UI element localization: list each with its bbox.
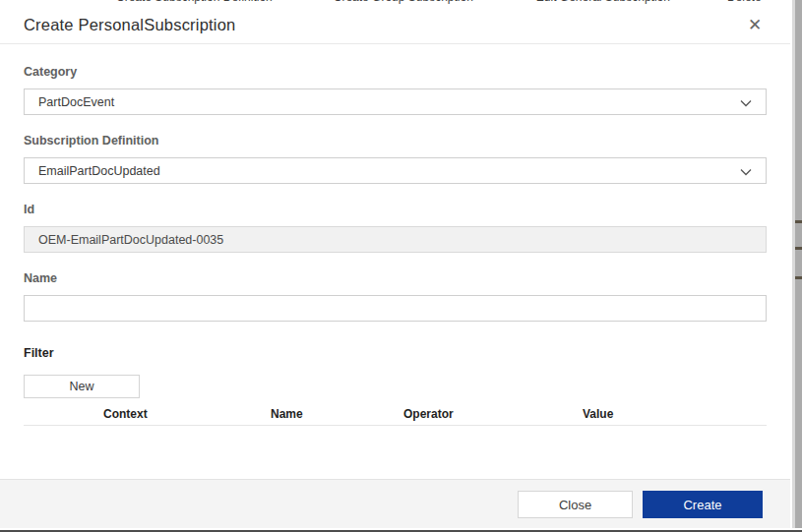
close-button[interactable]: Close xyxy=(518,491,633,518)
scrollbar-mark xyxy=(795,220,802,223)
page: Create Subscription Definition Create Gr… xyxy=(0,0,802,532)
filter-table-header: Context Name Operator Value xyxy=(24,402,767,426)
category-select[interactable]: PartDocEvent xyxy=(24,89,767,115)
scrollbar-mark xyxy=(795,276,802,279)
background-toolbar-item: Edit General Subscription xyxy=(536,0,670,4)
name-field[interactable] xyxy=(24,295,767,322)
subscription-definition-label: Subscription Definition xyxy=(24,135,767,148)
background-toolbar-item: Create Group Subscription xyxy=(334,0,473,4)
column-header-context: Context xyxy=(103,407,148,421)
dialog-title: Create PersonalSubscription xyxy=(24,16,235,34)
background-toolbar-items: Create Subscription Definition Create Gr… xyxy=(0,0,762,4)
column-header-name: Name xyxy=(271,407,303,421)
column-header-operator: Operator xyxy=(403,407,454,421)
vertical-scrollbar[interactable] xyxy=(790,0,802,528)
new-filter-button[interactable]: New xyxy=(24,375,140,398)
scrollbar-mark xyxy=(795,247,802,250)
subscription-definition-select-value: EmailPartDocUpdated xyxy=(38,164,160,178)
column-header-value: Value xyxy=(583,407,613,421)
name-label: Name xyxy=(24,272,767,285)
dialog-header: Create PersonalSubscription ✕ xyxy=(0,6,790,44)
create-button[interactable]: Create xyxy=(643,491,763,518)
background-toolbar-item: Delete xyxy=(727,0,762,4)
chevron-down-icon xyxy=(739,96,753,113)
chevron-down-icon xyxy=(739,165,753,182)
id-field xyxy=(24,226,767,253)
dialog-body: Category PartDocEvent Subscription Defin… xyxy=(0,44,790,479)
category-select-value: PartDocEvent xyxy=(38,95,114,109)
dialog-footer: Close Create xyxy=(0,479,790,528)
close-icon[interactable]: ✕ xyxy=(743,13,767,36)
category-label: Category xyxy=(24,66,767,79)
background-toolbar-item: Create Subscription Definition xyxy=(116,0,273,4)
subscription-definition-select[interactable]: EmailPartDocUpdated xyxy=(24,157,767,184)
filter-section-label: Filter xyxy=(24,347,767,360)
id-label: Id xyxy=(24,204,767,216)
